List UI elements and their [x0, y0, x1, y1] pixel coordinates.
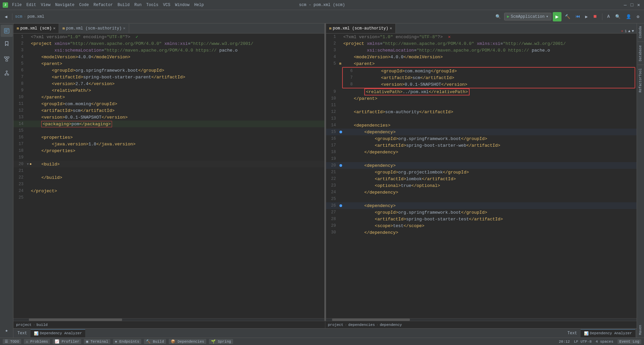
terminal-tab[interactable]: ▣ Terminal [84, 339, 110, 344]
line-body-21 [30, 168, 324, 174]
build-label: Build [153, 340, 164, 344]
build-tab[interactable]: 🔨 Build [144, 339, 166, 344]
menu-code[interactable]: Code [77, 2, 91, 8]
breadcrumb-pomxml[interactable]: pom.xml [28, 14, 44, 19]
left-tab-icon: m [17, 26, 19, 30]
right-scrollbar[interactable] [326, 318, 637, 321]
menu-build[interactable]: Build [115, 2, 131, 8]
menu-run[interactable]: Run [132, 2, 144, 8]
search-button[interactable]: 🔍 [493, 13, 503, 21]
menu-refactor[interactable]: Refactor [92, 2, 115, 8]
endpoints-icon: ◈ [115, 340, 117, 344]
event-log-tab[interactable]: Event Log [618, 339, 641, 344]
left-breadcrumb-item-2[interactable]: build [37, 323, 48, 327]
right-breadcrumb-item-2[interactable]: dependencies [348, 323, 375, 327]
menu-help[interactable]: Help [192, 2, 206, 8]
menu-view[interactable]: View [39, 2, 53, 8]
right-scrollbar-thumb[interactable] [332, 319, 410, 321]
left-breadcrumb-item-1[interactable]: project [16, 323, 32, 327]
todo-tab[interactable]: ☰ TODO [3, 339, 21, 344]
cursor-position: 20:12 [559, 340, 570, 344]
r-code-line-16: 16 <groupId>org.springframework.boot</gr… [326, 135, 637, 142]
toolbar-sep-1 [12, 13, 12, 20]
sidebar-git-icon[interactable] [1, 67, 13, 79]
menu-window[interactable]: Window [173, 2, 192, 8]
right-sidebar-refactortool[interactable]: RefactorTool [639, 67, 642, 94]
right-scroll-area[interactable]: 1 <?xml version="1.0" encoding="UTF-8"?>… [326, 33, 637, 318]
code-line-3: 3 xsi:schemaLocation="http://maven.apach… [13, 47, 324, 54]
left-tab-close[interactable]: ✕ [53, 26, 55, 30]
right-breadcrumb-item-1[interactable]: project [328, 323, 343, 327]
problems-label: Problems [30, 340, 48, 344]
sidebar-project-icon[interactable] [1, 25, 13, 37]
endpoints-tab[interactable]: ◈ Endpoints [113, 339, 142, 344]
settings-button[interactable]: ⚙ [635, 13, 641, 21]
svg-rect-6 [6, 60, 8, 61]
r-code-line-29: 29 <scope>test</scope> [326, 222, 637, 229]
toolbar-breadcrumb: scm › pom.xml [15, 14, 44, 19]
menu-file[interactable]: File [10, 2, 24, 8]
r-line-ind-26 [339, 204, 342, 207]
blue-dot-26 [339, 204, 342, 207]
r-code-line-13: 13 [326, 115, 637, 122]
code-line-1: 1 <?xml version="1.0" encoding="UTF-8"?>… [13, 33, 324, 40]
r-code-line-24: 24 </dependency> [326, 189, 637, 196]
translate-button[interactable]: A [605, 13, 612, 20]
sidebar-favorites-icon[interactable]: ★ [1, 324, 13, 336]
profiler-tab[interactable]: 📈 Profiler [53, 339, 81, 344]
r-line-num-30: 30 [326, 230, 339, 235]
left-tab-pom-scm[interactable]: m pom.xml (scm) ✕ [13, 24, 59, 33]
dependencies-tab[interactable]: 📦 Dependencies [169, 339, 206, 344]
right-breadcrumb-item-3[interactable]: dependency [380, 323, 402, 327]
right-sidebar-database[interactable]: Database [639, 44, 642, 63]
r-line-num-5: 5 [326, 61, 339, 66]
close-button[interactable]: ✕ [636, 2, 641, 8]
left-tab-bar: m pom.xml (scm) ✕ m pom.xml (scm-authori… [13, 23, 324, 33]
left-scrollbar[interactable] [13, 318, 324, 321]
run-config-selector[interactable]: ▶ ScmApplication ▾ [504, 13, 551, 20]
r-line-num-3: 3 [326, 48, 339, 53]
left-scroll-area[interactable]: 1 <?xml version="1.0" encoding="UTF-8"?>… [13, 33, 324, 318]
coverage-button[interactable]: ▶ [583, 13, 590, 21]
left-tab-label: pom.xml (scm) [20, 26, 52, 31]
r-line-num-1: 1 [326, 34, 339, 39]
stop-button[interactable]: ⏹ [591, 13, 599, 20]
line-num-9: 9 [13, 88, 27, 93]
line-body-25 [30, 195, 324, 200]
left-dep-analyzer-tab[interactable]: 📊 Dependency Analyzer [31, 329, 85, 337]
run-config-label: ScmApplication [511, 14, 545, 19]
line-num-8: 8 [13, 81, 27, 86]
right-tab-close[interactable]: ✕ [390, 26, 392, 30]
r-code-line-7: 7 <artifactId>scm</artifactId> [343, 74, 635, 81]
sidebar-bookmark-icon[interactable] [1, 38, 13, 50]
menu-tools[interactable]: Tools [144, 2, 160, 8]
find-button[interactable]: 🔍 [613, 13, 623, 21]
code-line-2: 2 <project xmlns="http://maven.apache.or… [13, 40, 324, 47]
maximize-button[interactable]: □ [629, 2, 635, 8]
r-line-num-7: 7 [343, 75, 356, 80]
r-code-line-30: 30 </dependency> [326, 229, 637, 236]
menu-vcs[interactable]: VCS [161, 2, 172, 8]
menu-navigate[interactable]: Navigate [53, 2, 76, 8]
right-dep-analyzer-tab[interactable]: 📊 Dependency Analyzer [581, 329, 635, 337]
spring-tab[interactable]: 🌱 Spring [209, 339, 233, 344]
right-sidebar-maven[interactable]: Maven [639, 324, 642, 336]
left-tab2-close[interactable]: ✕ [123, 26, 125, 30]
problems-tab[interactable]: ⚠ Problems [24, 339, 50, 344]
profile-button[interactable]: 👤 [624, 13, 633, 21]
sidebar-structure-icon[interactable] [1, 53, 13, 65]
minimize-button[interactable]: — [623, 2, 628, 8]
menu-edit[interactable]: Edit [24, 2, 38, 8]
run-button[interactable]: ▶ [553, 12, 561, 21]
debug-button[interactable]: ⏮ [574, 13, 582, 20]
right-sidebar-cododa[interactable]: Cododa [639, 25, 642, 40]
r-code-line-3: 3 xsi:schemaLocation="http://maven.apach… [326, 47, 637, 54]
breadcrumb-scm[interactable]: scm [15, 14, 22, 19]
left-tab-pom-authority[interactable]: m pom.xml (scm-authority) ✕ [59, 24, 129, 33]
build-button[interactable]: 🔨 [563, 13, 572, 21]
back-button[interactable]: ◀ [3, 13, 9, 21]
left-scrollbar-thumb[interactable] [29, 319, 122, 321]
r-line-body-17: <artifactId>spring-boot-starter-web</art… [342, 143, 637, 148]
r-line-body-5: <parent> [342, 61, 637, 66]
right-tab-pom-authority[interactable]: m pom.xml (scm-authority) ✕ [326, 24, 396, 33]
